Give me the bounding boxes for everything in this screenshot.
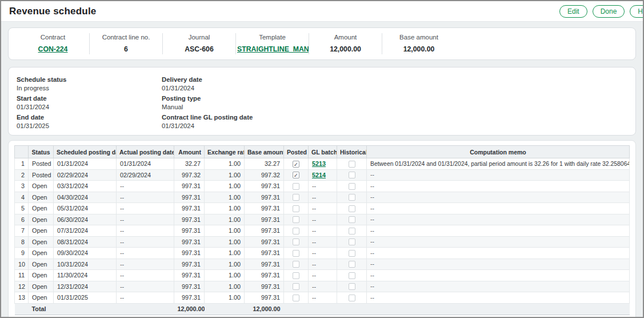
exchange-rate-cell: 1.00 (205, 225, 245, 237)
h-clipped-button[interactable]: H (630, 5, 644, 18)
posted-checkbox[interactable] (293, 228, 299, 234)
row-number-cell: 13 (15, 292, 29, 304)
contract-link[interactable]: CON-224 (38, 45, 68, 53)
summary-field-contract: ContractCON-224 (17, 33, 90, 54)
base-amount-cell: 997.31 (245, 281, 284, 292)
historical-cell (337, 225, 367, 237)
header-actions: EditDoneH (559, 5, 644, 18)
historical-checkbox[interactable] (349, 228, 355, 234)
posted-checkbox[interactable] (293, 183, 299, 190)
historical-cell (337, 270, 367, 281)
historical-checkbox[interactable] (349, 205, 355, 212)
empty-value: -- (120, 182, 124, 189)
amount-cell: 32.27 (174, 158, 205, 170)
empty-value: -- (312, 249, 316, 256)
posted-cell: ✓ (284, 158, 309, 170)
gl-batch-link[interactable]: 5213 (312, 160, 326, 167)
empty-value: -- (312, 238, 316, 245)
posted-cell (284, 225, 309, 237)
summary-field-label: Contract (17, 34, 89, 41)
row-number-cell: 3 (15, 181, 29, 192)
historical-checkbox[interactable] (349, 183, 355, 190)
empty-value: -- (370, 183, 374, 189)
posted-cell (284, 259, 309, 270)
done-button[interactable]: Done (593, 5, 625, 18)
posted-checkbox[interactable] (293, 238, 299, 245)
table-row: 7Open07/31/2024--997.311.00997.31---- (15, 225, 630, 237)
row-number-cell: 7 (15, 225, 29, 237)
column-header-amount: Amount (174, 146, 205, 158)
historical-checkbox[interactable] (349, 216, 355, 223)
posted-checkbox[interactable] (293, 216, 299, 223)
posted-checkbox[interactable] (293, 272, 299, 279)
historical-checkbox[interactable] (349, 272, 355, 279)
posted-checkbox[interactable] (293, 194, 299, 201)
summary-field-value: CON-224 (17, 45, 89, 53)
empty-value: -- (120, 249, 124, 256)
historical-checkbox[interactable] (349, 283, 355, 290)
detail-field-label: Schedule status (17, 75, 162, 84)
schedule-table-card: StatusScheduled posting dateActual posti… (8, 140, 636, 318)
posted-checkbox[interactable]: ✓ (293, 172, 299, 178)
posted-cell (284, 292, 309, 304)
historical-cell (337, 292, 367, 304)
historical-checkbox[interactable] (349, 172, 355, 178)
empty-value: -- (312, 261, 316, 268)
empty-value: -- (370, 205, 374, 212)
posted-checkbox[interactable] (293, 295, 299, 301)
posted-cell (284, 214, 309, 225)
exchange-rate-cell: 1.00 (205, 192, 245, 203)
empty-value: -- (370, 228, 374, 234)
empty-value: -- (120, 272, 124, 279)
historical-checkbox[interactable] (349, 295, 355, 301)
table-row: 9Open09/30/2024--997.311.00997.31---- (15, 248, 630, 259)
base-amount-cell: 997.31 (245, 292, 284, 304)
actual-posting-date-cell: -- (117, 248, 174, 259)
gl-batch-cell: -- (309, 270, 337, 281)
posted-checkbox[interactable] (293, 283, 299, 290)
detail-field-value: 01/31/2024 (162, 84, 253, 93)
gl-batch-cell: -- (309, 259, 337, 270)
gl-batch-cell: -- (309, 181, 337, 192)
detail-field-label: Contract line GL posting date (162, 113, 253, 122)
table-row: 11Open11/30/2024--997.311.00997.31---- (15, 270, 630, 281)
status-cell: Open (29, 270, 54, 281)
historical-checkbox[interactable] (349, 194, 355, 201)
computation-memo-cell: -- (367, 248, 630, 259)
posted-checkbox[interactable] (293, 250, 299, 257)
scheduled-posting-date-cell: 01/31/2025 (54, 292, 117, 304)
exchange-rate-cell: 1.00 (205, 158, 245, 170)
column-header-actual: Actual posting date (117, 146, 174, 158)
table-row: 4Open04/30/2024--997.311.00997.31---- (15, 192, 630, 203)
empty-value: -- (120, 205, 124, 212)
detail-field-value: In progress (17, 84, 162, 93)
posted-checkbox[interactable] (293, 261, 299, 268)
historical-checkbox[interactable] (349, 250, 355, 257)
edit-button[interactable]: Edit (559, 5, 587, 18)
summary-field-contract-line-no-: Contract line no.6 (90, 33, 163, 54)
schedule-table: StatusScheduled posting dateActual posti… (14, 145, 630, 315)
gl-batch-link[interactable]: 5214 (312, 172, 326, 178)
base-amount-cell: 997.31 (245, 203, 284, 214)
detail-field-delivery-date: Delivery date01/31/2024 (162, 75, 253, 93)
scheduled-posting-date-cell: 06/30/2024 (54, 214, 117, 225)
posted-checkbox[interactable]: ✓ (293, 161, 299, 168)
posted-checkbox[interactable] (293, 205, 299, 212)
empty-value: -- (370, 295, 374, 301)
actual-posting-date-cell: -- (117, 259, 174, 270)
scheduled-posting-date-cell: 05/31/2024 (54, 203, 117, 214)
template-link[interactable]: STRAIGHTLINE_MANUAL (237, 45, 309, 53)
actual-posting-date-cell: -- (117, 281, 174, 292)
historical-checkbox[interactable] (349, 238, 355, 245)
actual-posting-date-cell: -- (117, 181, 174, 192)
historical-checkbox[interactable] (349, 261, 355, 268)
total-blank-cell (337, 303, 367, 315)
gl-batch-cell: -- (309, 292, 337, 304)
amount-cell: 997.31 (174, 270, 205, 281)
total-blank-cell (15, 303, 29, 315)
historical-checkbox[interactable] (349, 161, 355, 168)
detail-field-label: Posting type (162, 94, 253, 103)
scheduled-posting-date-cell: 10/31/2024 (54, 259, 117, 270)
topbar: Revenue schedule EditDoneH (1, 1, 643, 22)
table-row: 5Open05/31/2024--997.311.00997.31---- (15, 203, 630, 214)
